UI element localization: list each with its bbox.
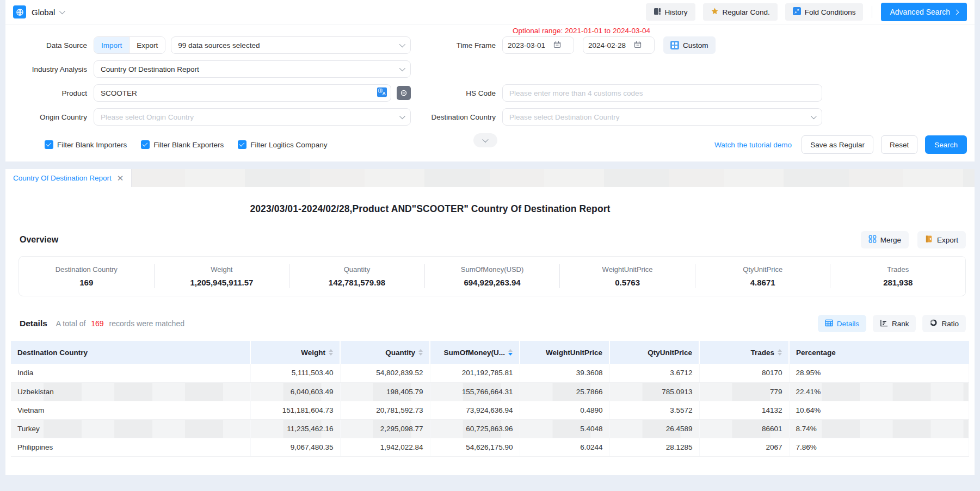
- export-button[interactable]: Export: [917, 231, 966, 248]
- search-button[interactable]: Search: [925, 135, 967, 154]
- chevron-down-icon[interactable]: [59, 8, 65, 14]
- column-header-destination-country: Destination Country: [11, 341, 250, 364]
- overview-stat-weightunitprice: WeightUnitPrice0.5763: [559, 264, 695, 288]
- tutorial-link[interactable]: Watch the tutorial demo: [714, 141, 792, 149]
- filter-checkboxes: Filter Blank ImportersFilter Blank Expor…: [45, 140, 327, 149]
- globe-icon[interactable]: [13, 5, 26, 18]
- table-row-philippines: Philippines9,067,480.351,942,022.8454,62…: [11, 438, 969, 456]
- column-header-weight[interactable]: Weight: [250, 341, 340, 364]
- import-tab[interactable]: Import: [94, 37, 129, 53]
- data-source-toggle: Import Export: [94, 36, 165, 54]
- checkbox-icon[interactable]: [45, 140, 53, 149]
- star-icon: [711, 7, 719, 17]
- table-body: India5,111,503.4054,802,839.52201,192,78…: [11, 364, 969, 456]
- overview-stat-weight: Weight1,205,945,911.57: [154, 264, 289, 288]
- donut-chart-icon: [929, 319, 938, 328]
- cell-percentage: 28.95%: [789, 364, 969, 382]
- destination-country-select[interactable]: Please select Destination Country: [502, 108, 822, 126]
- chevron-down-icon: [399, 65, 405, 71]
- checkbox-filter-blank-importers[interactable]: Filter Blank Importers: [45, 140, 127, 149]
- data-source-select[interactable]: 99 data sources selected: [171, 36, 411, 54]
- data-source-label: Data Source: [5, 41, 87, 49]
- date-start-field[interactable]: [502, 36, 574, 54]
- industry-analysis-select[interactable]: Country Of Destination Report: [94, 60, 411, 78]
- calendar-icon: [634, 41, 642, 50]
- view-details-button[interactable]: Details: [818, 315, 866, 332]
- cell-weight: 5,111,503.40: [250, 364, 340, 382]
- exclude-keyword-icon[interactable]: [397, 86, 411, 100]
- column-header-sumofmoney-u[interactable]: SumOfMoney(U...: [430, 341, 520, 364]
- date-start-input[interactable]: [508, 41, 553, 49]
- chevron-down-icon: [399, 41, 405, 47]
- checkbox-filter-logitics-company[interactable]: Filter Logitics Company: [238, 140, 327, 149]
- fold-conditions-button[interactable]: Fold Conditions: [785, 3, 864, 21]
- table-row-vietnam: Vietnam151,181,604.7320,781,592.7373,924…: [11, 401, 969, 419]
- origin-country-label: Origin Country: [5, 113, 87, 121]
- sort-icon[interactable]: [778, 349, 782, 356]
- cell-trades: 2067: [699, 438, 789, 456]
- cell-qtyunitprice: 785.0913: [609, 382, 699, 401]
- merge-icon: [868, 235, 877, 245]
- product-label: Product: [5, 89, 87, 97]
- time-frame-label: Time Frame: [411, 41, 496, 49]
- history-button[interactable]: History: [646, 3, 695, 21]
- product-input[interactable]: [94, 84, 391, 102]
- origin-country-select[interactable]: Please select Origin Country: [94, 108, 411, 126]
- chevron-down-icon: [811, 113, 817, 119]
- cell-sumofmoney-u: 201,192,785.81: [430, 364, 520, 382]
- cell-weightunitprice: 25.7866: [520, 382, 609, 401]
- checkbox-filter-blank-exporters[interactable]: Filter Blank Exporters: [141, 140, 224, 149]
- save-as-regular-button[interactable]: Save as Regular: [802, 135, 873, 154]
- sort-icon[interactable]: [329, 349, 333, 356]
- advanced-search-button[interactable]: Advanced Search: [881, 3, 967, 21]
- merge-button[interactable]: Merge: [861, 231, 909, 248]
- collapse-conditions-button[interactable]: [473, 133, 497, 147]
- cell-percentage: 7.86%: [789, 438, 969, 456]
- overview-stat-sumofmoney-usd: SumOfMoney(USD)694,929,263.94: [424, 264, 560, 288]
- close-icon[interactable]: ✕: [117, 174, 124, 182]
- column-header-quantity[interactable]: Quantity: [340, 341, 430, 364]
- svg-text:A: A: [383, 91, 386, 96]
- tab-country-of-destination-report[interactable]: Country Of Destination Report ✕: [5, 169, 132, 187]
- checkbox-icon[interactable]: [141, 140, 150, 149]
- regular-cond-button[interactable]: Regular Cond.: [703, 3, 778, 21]
- cell-weight: 11,235,462.16: [250, 419, 340, 438]
- cell-trades: 779: [699, 382, 789, 401]
- overview-stat-quantity: Quantity142,781,579.98: [289, 264, 424, 288]
- chevron-right-icon: [954, 9, 959, 15]
- cell-sumofmoney-u: 60,725,863.96: [430, 419, 520, 438]
- cell-destination-country: Philippines: [11, 438, 250, 456]
- hs-code-input[interactable]: [502, 84, 822, 102]
- table-row-turkey: Turkey11,235,462.162,295,098.7760,725,86…: [11, 419, 969, 438]
- report-title: 2023/03/01-2024/02/28,Product AND"SCOOTE…: [5, 187, 975, 215]
- export-tab[interactable]: Export: [129, 37, 165, 53]
- match-count: 169: [91, 319, 103, 328]
- cell-quantity: 54,802,839.52: [340, 364, 430, 382]
- sort-icon[interactable]: [508, 349, 513, 356]
- match-suffix: records were matched: [109, 319, 184, 328]
- cell-weight: 6,040,603.49: [250, 382, 340, 401]
- destination-country-label: Destination Country: [411, 113, 496, 121]
- cell-sumofmoney-u: 73,924,636.94: [430, 401, 520, 419]
- cell-trades: 80170: [699, 364, 789, 382]
- search-form: Optional range: 2021-01-01 to 2024-03-04…: [5, 24, 975, 161]
- translate-icon[interactable]: A: [377, 88, 387, 99]
- column-header-qtyunitprice: QtyUnitPrice: [609, 341, 699, 364]
- divider: [872, 6, 872, 18]
- column-header-trades[interactable]: Trades: [699, 341, 789, 364]
- checkbox-icon[interactable]: [238, 140, 246, 149]
- custom-range-button[interactable]: Custom: [663, 36, 716, 54]
- match-prefix: A total of: [56, 319, 85, 328]
- view-ratio-button[interactable]: Ratio: [922, 315, 966, 332]
- cell-sumofmoney-u: 54,626,175.90: [430, 438, 520, 456]
- date-end-input[interactable]: [588, 41, 634, 49]
- date-end-field[interactable]: [583, 36, 655, 54]
- reset-button[interactable]: Reset: [881, 135, 917, 154]
- column-header-percentage: Percentage: [789, 341, 969, 364]
- fold-icon: [793, 7, 801, 17]
- custom-icon: [670, 41, 679, 49]
- region-selector-label[interactable]: Global: [32, 8, 55, 17]
- sort-icon[interactable]: [418, 349, 423, 356]
- cell-destination-country: Uzbekistan: [11, 382, 250, 401]
- view-rank-button[interactable]: Rank: [873, 315, 916, 332]
